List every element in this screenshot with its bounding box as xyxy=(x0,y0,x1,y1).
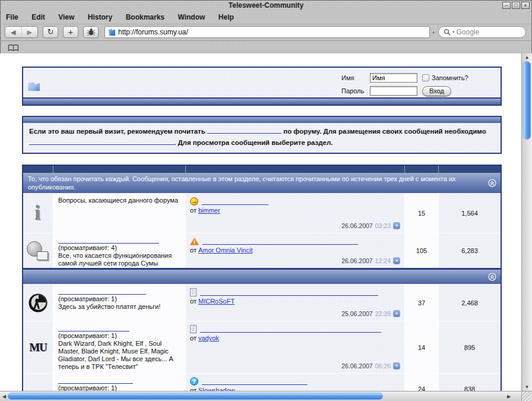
forum-row: i Вопросы, касающиеся данного форума → о… xyxy=(23,193,501,233)
window-resize-grip[interactable] xyxy=(521,391,532,401)
last-post-user-link[interactable]: Amor Omnia Vincit xyxy=(198,247,253,254)
horizontal-scrollbar-thumb[interactable] xyxy=(8,393,383,400)
faq-link[interactable] xyxy=(207,127,281,134)
mu-online-forum-icon: MU xyxy=(29,341,47,354)
forum-title-link[interactable] xyxy=(58,324,129,331)
last-post-date: 26.06.2007 xyxy=(341,257,373,264)
menu-window[interactable]: Window xyxy=(178,11,205,24)
username-input[interactable] xyxy=(370,73,417,83)
forum-description: Все, что касается функционирования самой… xyxy=(58,252,180,267)
remember-label: Запомнить? xyxy=(432,74,468,81)
menu-file[interactable]: File xyxy=(6,11,18,24)
collapse-section-1-button[interactable] xyxy=(488,179,496,187)
google-search-field[interactable]: ▾ Google xyxy=(438,26,526,38)
remember-checkbox[interactable] xyxy=(422,74,429,81)
close-button[interactable]: × xyxy=(521,2,530,9)
forum-table: То, что обязан прочитать каждый. Сообщен… xyxy=(22,165,502,391)
viewing-count: (просматривают: 1) xyxy=(58,384,180,391)
toolbar-caret-icon: ▴ xyxy=(432,29,435,34)
category-bar-2 xyxy=(23,270,501,284)
scroll-right-arrow[interactable]: ▶ xyxy=(505,394,513,399)
menu-bar: File Edit View History Bookmarks Window … xyxy=(0,11,532,24)
scroll-up-arrow[interactable]: ▲ xyxy=(522,55,532,60)
last-post-user-link[interactable]: MICRoSoFT xyxy=(198,298,235,305)
collapse-section-2-button[interactable] xyxy=(488,273,496,281)
menu-bookmarks[interactable]: Bookmarks xyxy=(126,11,164,24)
forum-title-link[interactable] xyxy=(58,236,159,244)
threads-count: 14 xyxy=(405,321,439,373)
viewing-count: (просматривают: 1) xyxy=(58,332,180,340)
last-post-time: 12:24 xyxy=(375,257,391,264)
category-bar-1: То, что обязан прочитать каждый. Сообщен… xyxy=(23,173,501,193)
by-label: от xyxy=(190,207,197,214)
last-post-time: 06:26 xyxy=(375,362,391,370)
scroll-down-arrow[interactable]: ▼ xyxy=(522,384,532,390)
posts-count: 6,283 xyxy=(439,233,501,268)
header-cell-lastpost xyxy=(186,166,405,173)
page-post-icon xyxy=(190,325,197,333)
bookmarks-bar xyxy=(0,41,532,54)
last-post-user-link[interactable]: bimmer xyxy=(198,207,220,214)
by-label: от xyxy=(190,387,197,391)
login-button[interactable]: Вход xyxy=(422,86,451,96)
horizontal-scrollbar[interactable]: ◀ ▶ xyxy=(0,391,521,401)
maximize-button[interactable]: □ xyxy=(512,2,520,9)
vertical-scrollbar-thumb[interactable] xyxy=(523,61,531,140)
add-bookmark-button[interactable]: + xyxy=(63,26,78,38)
menu-help[interactable]: Help xyxy=(218,11,234,24)
bookmarks-book-icon[interactable] xyxy=(8,44,19,52)
forum-title-link[interactable] xyxy=(58,377,133,384)
posts-count: 838 xyxy=(439,374,501,391)
go-to-last-post-button[interactable]: » xyxy=(393,257,400,264)
last-thread-link[interactable] xyxy=(202,198,268,205)
last-thread-link[interactable] xyxy=(202,238,358,245)
bug-icon xyxy=(87,28,96,36)
counter-strike-forum-icon xyxy=(28,293,48,313)
report-bug-button[interactable] xyxy=(83,26,99,38)
viewing-count: (просматривают: 1) xyxy=(58,295,180,303)
category-1-text: То, что обязан прочитать каждый. Сообщен… xyxy=(28,175,456,191)
last-thread-link[interactable] xyxy=(200,289,378,296)
window-title: Telesweet-Community xyxy=(0,1,532,10)
gold-arrow-post-icon: → xyxy=(190,197,198,206)
window-controls: – □ × xyxy=(502,2,530,9)
menu-view[interactable]: View xyxy=(58,11,74,24)
back-forward-buttons: ◀ ▶ xyxy=(5,26,38,38)
last-post-user-link[interactable]: vadyok xyxy=(198,334,219,342)
back-button[interactable]: ◀ xyxy=(5,27,22,37)
forward-button[interactable]: ▶ xyxy=(22,27,38,37)
title-bar[interactable]: Telesweet-Community – □ × xyxy=(0,0,532,11)
menu-history[interactable]: History xyxy=(88,11,112,24)
forum-title-link[interactable] xyxy=(58,288,146,295)
username-label: Имя xyxy=(341,74,370,81)
last-thread-link[interactable] xyxy=(202,378,308,385)
go-to-last-post-button[interactable]: » xyxy=(393,310,400,317)
go-to-last-post-button[interactable]: » xyxy=(393,362,400,370)
password-input[interactable] xyxy=(370,86,417,96)
forum-description: Здесь за убийство платят деньги! xyxy=(58,303,180,311)
navigation-toolbar: ◀ ▶ ↻ + http://forums.sumy.ua/ ▴ xyxy=(0,24,532,41)
page-content: Имя Запомнить? Пароль Вход xyxy=(0,53,521,391)
page-favicon-icon xyxy=(109,29,115,36)
reload-button[interactable]: ↻ xyxy=(43,26,58,38)
welcome-seg1: Если это ваш первый визит, рекомендуем п… xyxy=(29,128,205,135)
address-bar[interactable]: http://forums.sumy.ua/ xyxy=(104,26,430,38)
vertical-scrollbar[interactable]: ▲ ▼ xyxy=(521,53,532,391)
search-engine-dropdown-icon[interactable]: ▾ xyxy=(452,30,455,34)
last-post-user-link[interactable]: Slowshadow xyxy=(198,387,235,391)
by-label: от xyxy=(190,247,197,254)
forum-row: (просматривают: 4) Все, что касается фун… xyxy=(23,233,501,268)
login-form: Имя Запомнить? Пароль Вход xyxy=(341,71,498,97)
register-link[interactable] xyxy=(29,138,174,145)
table-header-row xyxy=(23,166,501,173)
go-to-last-post-button[interactable]: » xyxy=(393,222,400,229)
threads-count: 24 xyxy=(405,374,439,391)
viewing-count: (просматривают: 4) xyxy=(58,244,180,252)
password-label: Пароль xyxy=(341,87,370,94)
browser-window: Telesweet-Community – □ × File Edit View… xyxy=(0,0,532,401)
menu-edit[interactable]: Edit xyxy=(31,11,45,24)
last-thread-link[interactable] xyxy=(200,326,381,333)
scroll-left-arrow[interactable]: ◀ xyxy=(0,394,8,399)
minimize-button[interactable]: – xyxy=(502,2,511,9)
last-post-date: 26.06.2007 xyxy=(341,222,373,229)
